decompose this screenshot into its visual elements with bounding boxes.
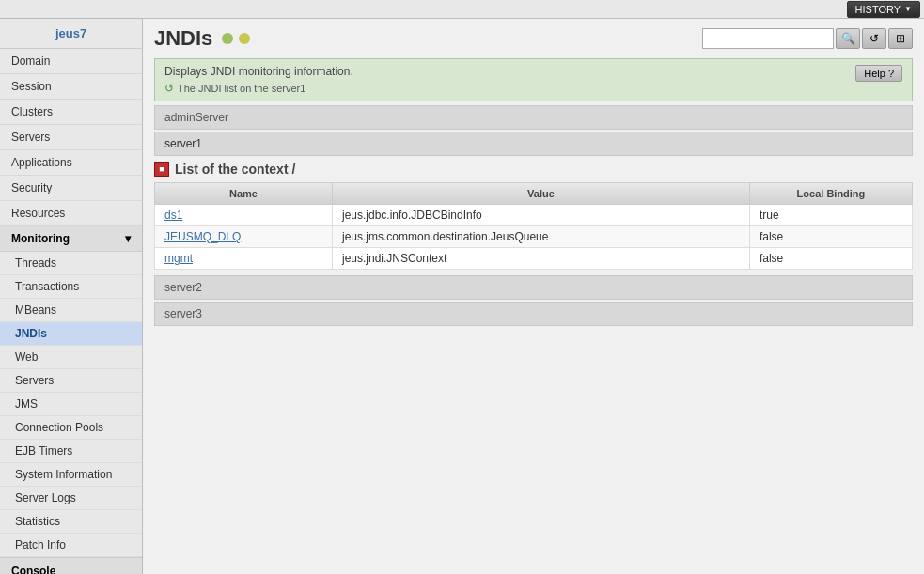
sidebar-item-applications[interactable]: Applications [0, 150, 142, 176]
cell-value: jeus.jndi.JNSContext [332, 248, 749, 270]
sidebar-item-threads[interactable]: Threads [0, 252, 142, 275]
scroll-content: Displays JNDI monitoring information. ↺ … [143, 54, 924, 574]
sidebar-item-web[interactable]: Web [0, 346, 142, 369]
history-button[interactable]: HISTORY ▼ [847, 1, 920, 18]
sidebar-item-ejb-timers[interactable]: EJB Timers [0, 440, 142, 463]
server-row-server3: server3 [154, 302, 913, 326]
server-row-server2: server2 [154, 275, 913, 300]
refresh-status-icon: ↺ [164, 82, 174, 95]
sidebar-item-session[interactable]: Session [0, 74, 142, 100]
info-banner: Displays JNDI monitoring information. ↺ … [154, 58, 913, 101]
dot-green [222, 33, 233, 44]
context-icon: ■ [154, 162, 169, 177]
cell-binding: false [749, 226, 912, 248]
monitoring-collapse-icon: ▾ [125, 232, 131, 245]
sidebar-item-jms[interactable]: JMS [0, 393, 142, 416]
sidebar-item-system-information[interactable]: System Information [0, 463, 142, 487]
sidebar-item-resources[interactable]: Resources [0, 201, 142, 226]
col-header-name: Name [155, 183, 333, 205]
sidebar: jeus7 Domain Session Clusters Servers Ap… [0, 19, 143, 574]
export-button[interactable]: ⊞ [888, 28, 913, 49]
info-sub-text: The JNDI list on the server1 [178, 83, 305, 94]
sidebar-item-domain[interactable]: Domain [0, 49, 142, 74]
info-text-block: Displays JNDI monitoring information. ↺ … [164, 65, 353, 95]
name-link[interactable]: mgmt [164, 252, 193, 265]
title-decoration [222, 33, 250, 44]
cell-name: mgmt [155, 248, 333, 270]
section-title-bar: ■ List of the context / [154, 162, 913, 177]
sidebar-item-servers[interactable]: Servers [0, 125, 142, 150]
help-button[interactable]: Help ? [855, 65, 902, 82]
sidebar-item-mbeans[interactable]: MBeans [0, 299, 142, 322]
toolbar: 🔍 ↺ ⊞ [702, 28, 913, 49]
refresh-button[interactable]: ↺ [862, 28, 886, 49]
jndi-context-section: ■ List of the context / Name Value Local… [154, 162, 913, 270]
history-arrow-icon: ▼ [904, 5, 912, 13]
sidebar-item-statistics[interactable]: Statistics [0, 510, 142, 534]
col-header-value: Value [332, 183, 749, 205]
server-row-server1: server1 [154, 132, 913, 156]
sidebar-item-connection-pools[interactable]: Connection Pools [0, 416, 142, 440]
cell-name: JEUSMQ_DLQ [155, 226, 333, 248]
col-header-binding: Local Binding [749, 183, 912, 205]
cell-value: jeus.jms.common.destination.JeusQueue [332, 226, 749, 248]
server-row-admin: adminServer [154, 105, 913, 130]
history-label: HISTORY [855, 4, 901, 15]
table-row: JEUSMQ_DLQ jeus.jms.common.destination.J… [155, 226, 913, 248]
sidebar-item-servers-mon[interactable]: Servers [0, 369, 142, 393]
content-area: JNDIs 🔍 ↺ ⊞ Displays JNDI monitoring inf… [143, 19, 924, 574]
sidebar-item-patch-info[interactable]: Patch Info [0, 534, 142, 557]
jndi-table: Name Value Local Binding ds1 jeus.jdbc.i… [154, 182, 913, 270]
sidebar-item-transactions[interactable]: Transactions [0, 275, 142, 299]
sidebar-title: jeus7 [0, 19, 142, 49]
context-title: List of the context / [175, 162, 295, 177]
monitoring-label: Monitoring [11, 232, 70, 245]
cell-value: jeus.jdbc.info.JDBCBindInfo [332, 205, 749, 226]
top-bar: HISTORY ▼ [0, 0, 924, 19]
info-sub-row: ↺ The JNDI list on the server1 [164, 82, 353, 95]
name-link[interactable]: ds1 [164, 209, 182, 222]
search-input[interactable] [702, 28, 834, 49]
table-header-row: Name Value Local Binding [155, 183, 913, 205]
server-section-top: adminServer server1 [154, 105, 913, 156]
sidebar-item-server-logs[interactable]: Server Logs [0, 487, 142, 510]
page-title: JNDIs [154, 26, 212, 51]
sidebar-item-security[interactable]: Security [0, 176, 142, 201]
extra-servers: server2 server3 [154, 275, 913, 326]
table-row: ds1 jeus.jdbc.info.JDBCBindInfo true [155, 205, 913, 226]
name-link[interactable]: JEUSMQ_DLQ [164, 230, 241, 243]
dot-olive [239, 33, 250, 44]
cell-binding: true [749, 205, 912, 226]
cell-binding: false [749, 248, 912, 270]
sidebar-item-clusters[interactable]: Clusters [0, 100, 142, 125]
content-header: JNDIs 🔍 ↺ ⊞ [143, 19, 924, 54]
main-layout: jeus7 Domain Session Clusters Servers Ap… [0, 19, 924, 574]
table-row: mgmt jeus.jndi.JNSContext false [155, 248, 913, 270]
search-button[interactable]: 🔍 [836, 28, 860, 49]
info-main-text: Displays JNDI monitoring information. [164, 65, 353, 78]
cell-name: ds1 [155, 205, 333, 226]
sidebar-item-jndis[interactable]: JNDIs [0, 322, 142, 346]
title-area: JNDIs [154, 26, 250, 51]
sidebar-item-console[interactable]: Console [0, 557, 142, 574]
monitoring-header[interactable]: Monitoring ▾ [0, 226, 142, 252]
